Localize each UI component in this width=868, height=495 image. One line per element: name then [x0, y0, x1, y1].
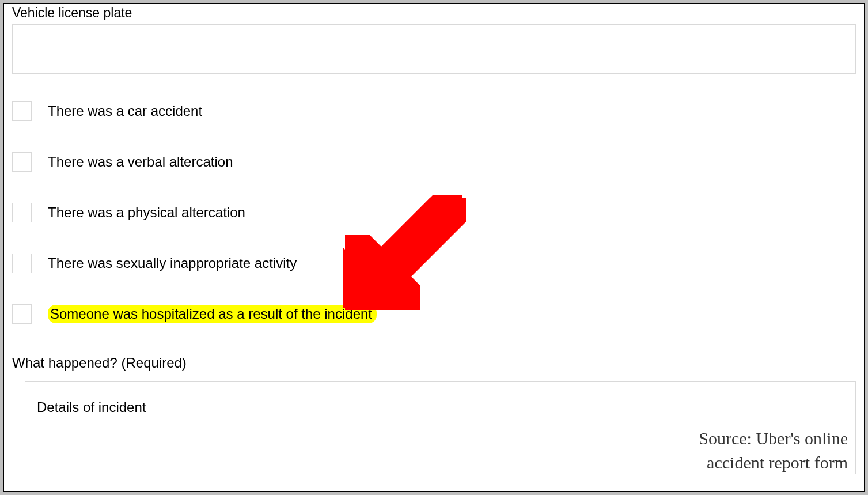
checkbox-label: There was a physical altercation [48, 205, 245, 221]
checkbox-row-physical-altercation: There was a physical altercation [12, 203, 856, 222]
license-plate-input[interactable] [12, 24, 856, 74]
source-attribution: Source: Uber's online accident report fo… [699, 426, 848, 475]
incident-checkbox-group: There was a car accident There was a ver… [12, 101, 856, 324]
checkbox-sexually-inappropriate[interactable] [12, 254, 32, 273]
source-line-1: Source: Uber's online [699, 426, 848, 451]
checkbox-car-accident[interactable] [12, 101, 32, 121]
checkbox-physical-altercation[interactable] [12, 203, 32, 222]
checkbox-label: There was sexually inappropriate activit… [48, 255, 297, 271]
source-line-2: accident report form [699, 451, 848, 475]
license-plate-label: Vehicle license plate [12, 4, 856, 24]
form-page: Vehicle license plate There was a car ac… [3, 3, 865, 492]
checkbox-row-verbal-altercation: There was a verbal altercation [12, 152, 856, 172]
details-placeholder: Details of incident [37, 399, 146, 415]
checkbox-row-car-accident: There was a car accident [12, 101, 856, 121]
checkbox-verbal-altercation[interactable] [12, 152, 32, 172]
checkbox-label: There was a verbal altercation [48, 154, 233, 170]
checkbox-hospitalized[interactable] [12, 304, 32, 324]
checkbox-row-hospitalized: Someone was hospitalized as a result of … [12, 304, 856, 324]
checkbox-row-sexually-inappropriate: There was sexually inappropriate activit… [12, 254, 856, 273]
checkbox-label-highlighted: Someone was hospitalized as a result of … [48, 305, 377, 323]
checkbox-label: There was a car accident [48, 103, 202, 119]
what-happened-label: What happened? (Required) [12, 355, 856, 371]
